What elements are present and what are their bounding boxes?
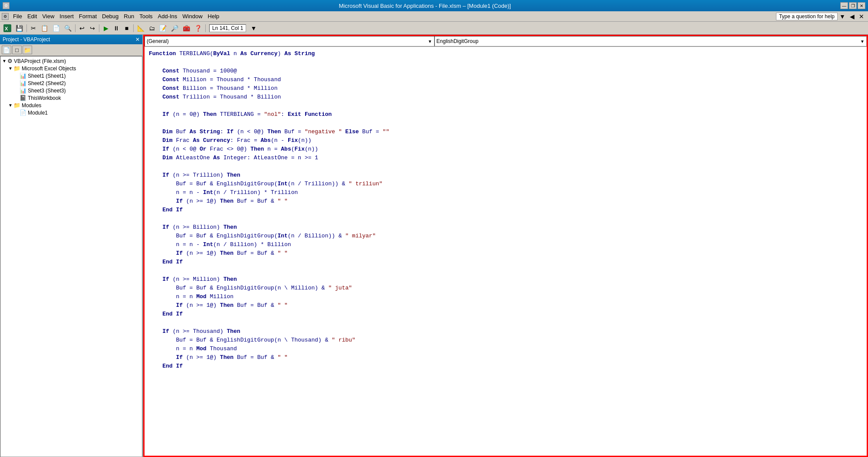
- tb-copy[interactable]: 📋: [39, 23, 50, 33]
- code-line[interactable]: If (n >= Thousand) Then: [149, 327, 862, 336]
- code-line[interactable]: If (n >= 1@) Then Buf = Buf & " ": [149, 197, 862, 206]
- tb-props[interactable]: 📝: [158, 23, 168, 33]
- tree-excel-objects[interactable]: ▼ 📁 Microsoft Excel Objects: [7, 65, 141, 72]
- restore-button[interactable]: ❐: [849, 2, 857, 9]
- code-line[interactable]: End If: [149, 258, 862, 266]
- tree-modules[interactable]: ▼ 📁 Modules: [7, 102, 141, 109]
- tree-thisworkbook[interactable]: 📓 ThisWorkbook: [13, 94, 141, 102]
- code-line[interactable]: [149, 162, 862, 171]
- code-line[interactable]: If (n = 0@) Then TTERBILANG = "nol": Exi…: [149, 110, 862, 119]
- code-line[interactable]: n = n - Int(n / Billion) * Billion: [149, 240, 862, 249]
- tb-toolbox[interactable]: 🧰: [181, 23, 192, 33]
- code-line[interactable]: If (n >= Billion) Then: [149, 223, 862, 232]
- menu-view[interactable]: View: [39, 12, 57, 20]
- tb-help[interactable]: ❓: [193, 23, 204, 33]
- code-line[interactable]: n = n Mod Thousand: [149, 345, 862, 353]
- code-line[interactable]: Buf = Buf & EnglishDigitGroup(n \ Millio…: [149, 284, 862, 293]
- tb-run[interactable]: ▶: [101, 23, 111, 33]
- project-view-object[interactable]: □: [12, 46, 22, 54]
- tb-save[interactable]: 💾: [14, 23, 25, 33]
- menu-window[interactable]: Window: [180, 12, 205, 20]
- tree-icon-sheet1: 📊: [20, 72, 26, 79]
- tb-paste[interactable]: 📄: [51, 23, 62, 33]
- tree-icon-root: ⚙: [7, 58, 13, 64]
- code-line[interactable]: n = n - Int(n / Trillion) * Trillion: [149, 188, 862, 197]
- code-line[interactable]: n = n Mod Million: [149, 293, 862, 301]
- menu-addins[interactable]: Add-Ins: [155, 12, 180, 20]
- menu-file[interactable]: File: [10, 12, 25, 20]
- code-header: (General) ▼ EnglishDigitGroup ▼: [145, 36, 867, 47]
- code-line[interactable]: End If: [149, 206, 862, 214]
- code-line[interactable]: Const Billion = Thousand * Million: [149, 84, 862, 93]
- code-line[interactable]: Dim Buf As String: If (n < 0@) Then Buf …: [149, 128, 862, 136]
- tb-ln-dropdown[interactable]: ▼: [249, 23, 258, 33]
- code-line[interactable]: End If: [149, 362, 862, 371]
- minimize-button[interactable]: —: [840, 2, 848, 9]
- tree-excel-items: 📊 Sheet1 (Sheet1) 📊 Sheet2 (Sheet2) 📊 Sh…: [13, 72, 141, 102]
- tb-design[interactable]: 📐: [135, 23, 146, 33]
- project-toggle-folders[interactable]: 📁: [23, 46, 32, 54]
- code-line[interactable]: If (n >= 1@) Then Buf = Buf & " ": [149, 301, 862, 310]
- tb-stop[interactable]: ■: [122, 23, 132, 33]
- code-line[interactable]: End If: [149, 310, 862, 319]
- code-line[interactable]: If (n < 0@ Or Frac <> 0@) Then n = Abs(F…: [149, 145, 862, 154]
- code-line[interactable]: [149, 266, 862, 275]
- code-line[interactable]: Function TERBILANG(ByVal n As Currency) …: [149, 49, 862, 58]
- tb-find[interactable]: 🔍: [62, 23, 73, 33]
- menu-bar: ⚙ File Edit View Insert Format Debug Run…: [0, 11, 868, 22]
- general-dropdown[interactable]: (General) ▼: [145, 36, 434, 46]
- tb-undo[interactable]: ↩: [77, 23, 87, 33]
- help-close-btn[interactable]: ✕: [857, 12, 866, 21]
- project-panel-close[interactable]: ✕: [135, 36, 140, 43]
- menu-help[interactable]: Help: [205, 12, 222, 20]
- project-view-code[interactable]: 📄: [2, 46, 11, 54]
- code-editor[interactable]: (General) ▼ EnglishDigitGroup ▼ Function…: [143, 35, 868, 457]
- tree-expand-sheet2: [13, 81, 20, 85]
- project-tree[interactable]: ▼ ⚙ VBAProject (File.xlsm) ▼ 📁 Microsoft…: [0, 56, 142, 457]
- tb-excel-icon[interactable]: X: [2, 23, 13, 33]
- tb-cut[interactable]: ✂: [29, 23, 38, 33]
- help-dropdown-btn[interactable]: ▼: [838, 12, 847, 21]
- proc-dropdown[interactable]: EnglishDigitGroup ▼: [434, 36, 867, 46]
- code-content[interactable]: Function TERBILANG(ByVal n As Currency) …: [145, 47, 867, 456]
- code-line[interactable]: Dim AtLeastOne As Integer: AtLeastOne = …: [149, 154, 862, 162]
- code-line[interactable]: Const Trillion = Thousand * Billion: [149, 93, 862, 102]
- code-line[interactable]: If (n >= Million) Then: [149, 275, 862, 284]
- tree-expand-sheet3: [13, 88, 20, 93]
- close-button[interactable]: ✕: [858, 2, 865, 9]
- code-line[interactable]: If (n >= 1@) Then Buf = Buf & " ": [149, 249, 862, 258]
- menu-edit[interactable]: Edit: [25, 12, 39, 20]
- tree-sheet2[interactable]: 📊 Sheet2 (Sheet2): [13, 79, 141, 87]
- code-line[interactable]: If (n >= Trillion) Then: [149, 171, 862, 180]
- menu-insert[interactable]: Insert: [57, 12, 76, 20]
- tree-sheet3[interactable]: 📊 Sheet3 (Sheet3): [13, 87, 141, 94]
- code-line[interactable]: [149, 214, 862, 223]
- code-line[interactable]: [149, 119, 862, 128]
- help-nav-back[interactable]: ◀: [847, 12, 857, 21]
- tb-project[interactable]: 🗂: [147, 23, 157, 33]
- tb-redo[interactable]: ↪: [88, 23, 97, 33]
- tree-root[interactable]: ▼ ⚙ VBAProject (File.xlsm): [1, 57, 141, 65]
- code-line[interactable]: Const Thousand = 1000@: [149, 67, 862, 76]
- menu-debug[interactable]: Debug: [99, 12, 121, 20]
- proc-dropdown-arrow: ▼: [860, 39, 865, 44]
- code-line[interactable]: Buf = Buf & EnglishDigitGroup(Int(n / Tr…: [149, 180, 862, 188]
- code-line[interactable]: Buf = Buf & EnglishDigitGroup(n \ Thousa…: [149, 336, 862, 345]
- menu-format[interactable]: Format: [76, 12, 99, 20]
- tree-module1[interactable]: 📄 Module1: [13, 109, 141, 116]
- code-line[interactable]: Const Million = Thousand * Thousand: [149, 76, 862, 84]
- code-line[interactable]: If (n >= 1@) Then Buf = Buf & " ": [149, 353, 862, 362]
- code-line[interactable]: [149, 58, 862, 67]
- menu-tools[interactable]: Tools: [137, 12, 155, 20]
- tree-sheet1[interactable]: 📊 Sheet1 (Sheet1): [13, 72, 141, 79]
- code-line[interactable]: Dim Frac As Currency: Frac = Abs(n - Fix…: [149, 136, 862, 145]
- code-line[interactable]: Buf = Buf & EnglishDigitGroup(Int(n / Bi…: [149, 232, 862, 240]
- tb-obj-browser[interactable]: 🔎: [169, 23, 180, 33]
- toolbar: X 💾 ✂ 📋 📄 🔍 ↩ ↪ ▶ ⏸ ■ 📐 🗂 📝 🔎 🧰 ❓ Ln 141…: [0, 22, 868, 35]
- tb-pause[interactable]: ⏸: [112, 23, 121, 33]
- menu-run[interactable]: Run: [121, 12, 137, 20]
- code-line[interactable]: [149, 319, 862, 327]
- window-controls: — ❐ ✕: [840, 2, 865, 9]
- help-search[interactable]: Type a question for help: [776, 13, 838, 20]
- code-line[interactable]: [149, 102, 862, 110]
